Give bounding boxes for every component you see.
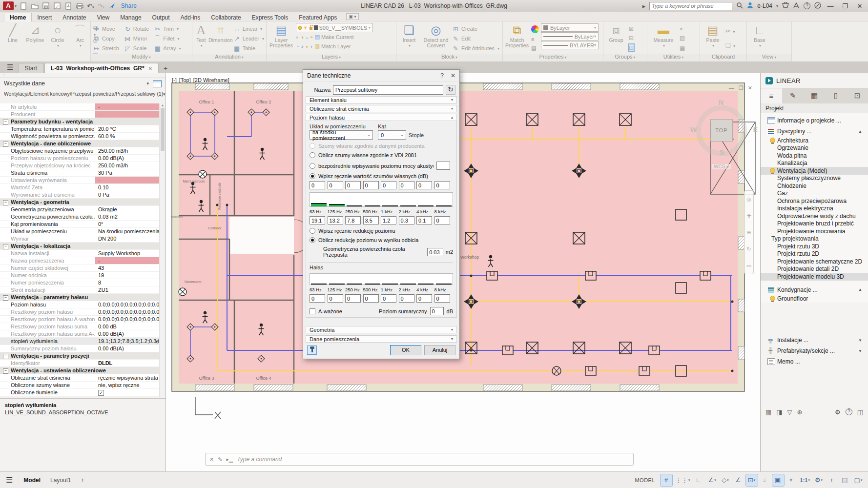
own-noise-input[interactable]: 0 — [381, 181, 396, 189]
ribbon-draw-button[interactable]: Line — [2, 23, 23, 66]
property-row[interactable]: Resztkowy poziom hałasu 0.0;0.0;0.0;0.0;… — [0, 308, 160, 316]
share-icon[interactable] — [108, 2, 116, 10]
lineweight-icon[interactable]: ≡ — [759, 474, 771, 486]
save-icon[interactable] — [42, 2, 50, 10]
damping-input[interactable]: 1.2 — [381, 216, 396, 224]
tree-instalacja-elektryczna[interactable]: Instalacja elektryczna — [761, 205, 868, 213]
new-tab-button[interactable]: + — [160, 64, 171, 73]
property-row[interactable]: Wentylacja - dane obliczeniowe — [0, 140, 160, 147]
ribbon-block-button[interactable]: Edit — [452, 34, 499, 43]
ribbon-modify-button[interactable]: Move — [93, 24, 122, 34]
app-store-icon[interactable] — [782, 2, 789, 10]
tab-calculation-icon[interactable]: ▦ — [804, 88, 825, 103]
share-label[interactable]: Share — [121, 2, 137, 9]
property-row[interactable]: Resztkowy poziom hałasu A-ważony 0.0;0.0… — [0, 316, 160, 323]
property-row[interactable]: Wartość Zeta 0.10 — [0, 184, 160, 191]
own-noise-input[interactable]: 0 — [416, 181, 432, 189]
user-caret-icon[interactable]: ▾ — [776, 4, 778, 8]
own-noise-input[interactable]: 0 — [399, 181, 414, 189]
section-obliczanie-strat[interactable]: Obliczanie strat ciśnienia▾ — [306, 105, 457, 112]
property-row[interactable]: Nr artykułu - — [0, 103, 160, 111]
command-customize-icon[interactable]: ✎ — [218, 456, 222, 463]
property-row[interactable]: Obliczanie strat ciśnienia ręcznie wpisy… — [0, 374, 160, 382]
export-icon[interactable] — [64, 2, 72, 10]
selection-cycling-icon[interactable]: ▣ — [772, 474, 784, 486]
property-row[interactable]: Wentylacja - ustawienia obliczeniowe — [0, 367, 160, 374]
viewport-controls[interactable]: [-] [Top] [2D Wireframe] — [172, 77, 230, 83]
panel-label-utilities[interactable]: Utilities▾ — [647, 54, 700, 61]
dialog-pin-button[interactable] — [307, 346, 317, 355]
command-close-icon[interactable]: ✕ — [209, 456, 214, 463]
tab-start[interactable]: Start — [18, 63, 43, 73]
close-button[interactable]: ✕ — [854, 2, 865, 10]
damping-input[interactable]: 3.5 — [363, 216, 379, 224]
halas-input[interactable]: 0 — [328, 294, 343, 303]
view-cube[interactable]: TOP N W E S WCS ▾ — [692, 102, 757, 175]
ribbon-tab[interactable]: View — [91, 13, 115, 22]
tree-gaz[interactable]: Gaz — [761, 190, 868, 198]
text-button[interactable]: AText▾ — [194, 23, 208, 54]
tree-ochrona-przeciwpozarowa[interactable]: Ochrona przeciwpożarowa — [761, 197, 868, 205]
property-row[interactable]: stopień wytłumienia 19.1;13.2;7.8;3.5;1.… — [0, 338, 160, 345]
ribbon-block-button[interactable]: Create — [452, 24, 499, 34]
property-row[interactable]: Wymiar DN 200 — [0, 235, 160, 243]
section-dane-pomieszczenia[interactable]: Dane pomieszczenia▾ — [306, 335, 457, 343]
property-row[interactable]: Numer części składowej 43 — [0, 264, 160, 272]
view-cube-top-face[interactable]: TOP — [710, 119, 733, 142]
annotation-scale[interactable]: 1:1▾ — [799, 474, 811, 486]
xref-tool-icon[interactable]: ◨ — [776, 408, 782, 416]
object-snap-icon[interactable]: ⊡▾ — [746, 474, 758, 486]
tree-systemy-plaszczyznowe[interactable]: Systemy płaszczyznowe — [761, 175, 868, 183]
ribbon-tab[interactable]: Express Tools — [247, 13, 293, 22]
new-file-icon[interactable] — [20, 2, 27, 10]
property-row[interactable]: Kąt promieniowania 0° — [0, 221, 160, 228]
property-row[interactable]: Obliczone tłumienie ✓ — [0, 389, 160, 396]
pin-tool-icon[interactable]: ⊕ — [797, 408, 803, 416]
help-icon[interactable]: ? — [804, 2, 810, 9]
search-input[interactable] — [649, 2, 732, 10]
compass-west[interactable]: W — [690, 126, 697, 134]
tree-kondygnacje[interactable]: Kondygnacje ... ▲ — [761, 285, 868, 295]
save-as-icon[interactable] — [53, 2, 61, 10]
property-row[interactable]: Wentylacja - geometria — [0, 199, 160, 206]
panel-label-block[interactable]: Block▾ — [396, 54, 502, 61]
damping-input[interactable]: 19.1 — [310, 216, 325, 224]
tree-wentylacja-model[interactable]: Wentylacja (Model) — [761, 167, 868, 175]
property-row[interactable]: Wentylacja - parametry hałasu — [0, 294, 160, 301]
tree-groundfloor[interactable]: Groundfloor — [761, 295, 868, 303]
panel-label-properties[interactable]: Properties▾ — [503, 54, 603, 61]
cancel-button[interactable]: Anuluj — [424, 345, 455, 355]
ribbon-modify-button[interactable]: Fillet ▾ — [154, 34, 181, 43]
tree-architektura[interactable]: Architektura — [761, 137, 868, 144]
ribbon-modify-button[interactable]: Stretch — [93, 43, 122, 53]
compass-south[interactable]: S — [720, 148, 724, 156]
ribbon-tab[interactable]: Annotate — [57, 13, 91, 22]
layers-tool-icon[interactable]: ▦ — [765, 408, 771, 416]
halas-input[interactable]: 0 — [416, 294, 432, 303]
layer-combo[interactable]: ☀ S00_V__SYMBOLS ▾ — [296, 23, 373, 32]
tree-instalacje[interactable]: Instalacje ... ▼ — [761, 335, 868, 346]
ortho-icon[interactable]: ∟ — [693, 474, 705, 486]
tree-chlodzenie[interactable]: Chłodzenie — [761, 182, 868, 190]
search-icon[interactable] — [736, 2, 743, 10]
tab-edit-icon[interactable]: ✎ — [782, 88, 804, 103]
panel-label-layers[interactable]: Layers▾ — [267, 54, 396, 61]
dialog-help-button[interactable]: ? — [440, 72, 444, 79]
property-row[interactable]: Skrót instalacji ZU1 — [0, 286, 160, 294]
workspace-gear-icon[interactable]: ⚙▾ — [813, 474, 825, 486]
own-noise-input[interactable]: 0 — [434, 181, 450, 189]
filter-tool-icon[interactable]: ▽ — [787, 408, 792, 416]
tree-prefabrykaty-sekcje[interactable]: Prefabrykaty/sekcje ... ▼ — [761, 346, 868, 356]
tree-odprowadzenie-wody[interactable]: Odprowadzenie wody z dachu — [761, 212, 868, 220]
close-tab-icon[interactable]: ✕ — [148, 66, 152, 71]
wcs-menu[interactable]: WCS ▾ — [712, 164, 731, 169]
radio-szumy-producenta[interactable]: Szumy własne zgodnie z danymi producenta — [310, 143, 453, 149]
panel-label-view[interactable]: View▾ — [747, 54, 791, 61]
insert-block-button[interactable]: ❏Insert▾ — [398, 23, 420, 54]
property-row[interactable]: Wyrównanie strat ciśnienia 0 Pa — [0, 191, 160, 199]
kat-combo[interactable]: 0⌄ — [378, 130, 406, 140]
property-scrollbar[interactable]: ▲ — [159, 103, 165, 397]
ribbon-draw-button[interactable]: Arc ▾ — [69, 23, 91, 66]
autodesk-icon[interactable] — [793, 2, 800, 10]
open-file-icon[interactable] — [31, 2, 39, 10]
